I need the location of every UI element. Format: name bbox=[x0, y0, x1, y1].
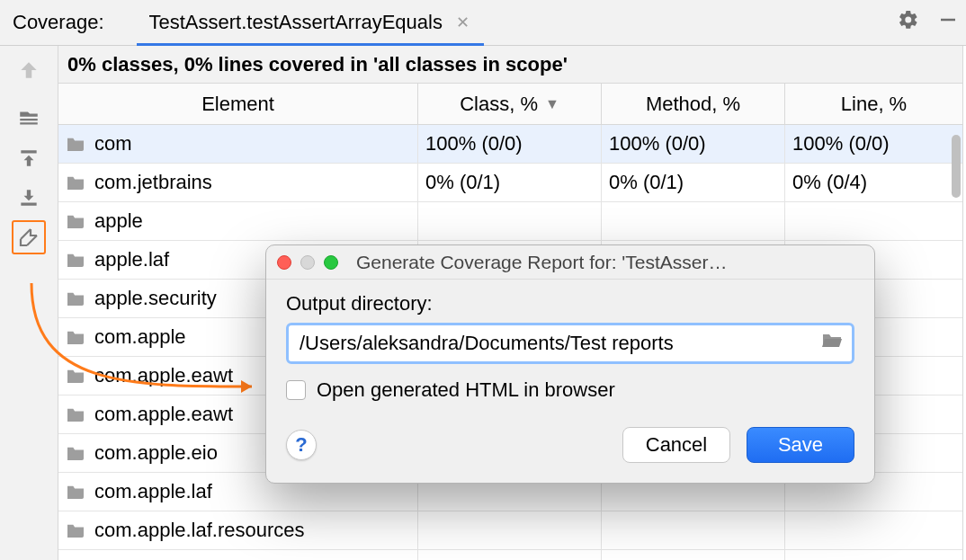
package-name: apple.security bbox=[94, 287, 217, 310]
package-icon bbox=[66, 290, 85, 307]
coverage-tab[interactable]: TestAssert.testAssertArrayEquals ✕ bbox=[149, 0, 475, 46]
table-row[interactable]: com.sun bbox=[58, 550, 962, 560]
package-name: com.apple.eawt bbox=[94, 403, 233, 426]
generate-report-icon[interactable] bbox=[12, 220, 46, 254]
cell-line bbox=[785, 550, 962, 560]
output-dir-label: Output directory: bbox=[286, 292, 854, 316]
flatten-packages-icon[interactable] bbox=[12, 102, 46, 136]
cell-class: 100% (0/0) bbox=[418, 125, 602, 163]
col-element[interactable]: Element bbox=[58, 84, 418, 124]
zoom-window-icon[interactable] bbox=[324, 255, 338, 270]
autoscroll-to-source-icon[interactable] bbox=[12, 141, 46, 175]
cell-line: 0% (0/4) bbox=[785, 164, 962, 201]
dialog-titlebar[interactable]: Generate Coverage Report for: 'TestAsser… bbox=[266, 245, 874, 280]
minimize-icon[interactable] bbox=[937, 9, 959, 36]
package-name: com.apple.laf.resources bbox=[94, 519, 305, 542]
autoscroll-from-source-icon[interactable] bbox=[12, 181, 46, 215]
cell-class bbox=[418, 511, 602, 549]
table-row[interactable]: com.jetbrains0% (0/1)0% (0/1)0% (0/4) bbox=[58, 164, 962, 202]
sort-desc-icon: ▼ bbox=[545, 96, 559, 112]
cancel-button[interactable]: Cancel bbox=[622, 427, 730, 463]
col-line[interactable]: Line, % bbox=[785, 84, 962, 124]
output-dir-field-wrap bbox=[286, 323, 854, 364]
cell-line: 100% (0/0) bbox=[785, 125, 962, 163]
gear-icon[interactable] bbox=[898, 9, 919, 36]
scrollbar-thumb[interactable] bbox=[952, 135, 961, 198]
col-method[interactable]: Method, % bbox=[602, 84, 785, 124]
package-icon bbox=[66, 174, 85, 191]
side-toolbar bbox=[0, 46, 58, 560]
package-icon bbox=[66, 368, 85, 384]
cell-element: com bbox=[58, 125, 418, 163]
checkbox-label: Open generated HTML in browser bbox=[317, 378, 615, 402]
checkbox-icon[interactable] bbox=[286, 380, 306, 400]
package-icon bbox=[66, 252, 85, 268]
panel-header: Coverage: TestAssert.testAssertArrayEqua… bbox=[0, 0, 966, 46]
package-icon bbox=[66, 213, 85, 229]
package-icon bbox=[66, 484, 85, 500]
cell-method bbox=[602, 202, 785, 240]
package-name: apple bbox=[94, 209, 143, 233]
package-icon bbox=[66, 136, 85, 152]
panel-title: Coverage: bbox=[13, 11, 104, 34]
cell-class: 0% (0/1) bbox=[418, 164, 602, 201]
table-row[interactable]: com100% (0/0)100% (0/0)100% (0/0) bbox=[58, 125, 962, 164]
cell-method: 0% (0/1) bbox=[602, 164, 785, 201]
package-name: com.jetbrains bbox=[94, 171, 212, 194]
package-name: apple.laf bbox=[94, 248, 169, 271]
package-name: com.apple.eawt bbox=[94, 364, 233, 387]
dialog-title: Generate Coverage Report for: 'TestAsser… bbox=[356, 252, 863, 273]
summary-text: 0% classes, 0% lines covered in 'all cla… bbox=[67, 53, 568, 76]
package-icon bbox=[66, 522, 85, 538]
help-button[interactable]: ? bbox=[286, 430, 317, 460]
table-row[interactable]: com.apple.laf.resources bbox=[58, 511, 962, 550]
package-icon bbox=[66, 406, 85, 422]
window-controls bbox=[277, 255, 338, 270]
table-row[interactable]: apple bbox=[58, 202, 962, 241]
browse-folder-icon[interactable] bbox=[821, 332, 843, 355]
cell-method: 100% (0/0) bbox=[602, 125, 785, 163]
cell-element: apple bbox=[58, 202, 418, 240]
cell-element: com.sun bbox=[58, 550, 418, 560]
cell-method bbox=[602, 511, 785, 549]
table-header: Element Class, % ▼ Method, % Line, % bbox=[58, 84, 962, 125]
minimize-window-icon bbox=[300, 255, 315, 270]
cell-class bbox=[418, 202, 602, 240]
package-name: com.apple.eio bbox=[94, 441, 218, 465]
package-name: com.apple bbox=[94, 325, 186, 349]
cell-element: com.jetbrains bbox=[58, 164, 418, 201]
save-button[interactable]: Save bbox=[747, 427, 854, 463]
open-html-checkbox-row[interactable]: Open generated HTML in browser bbox=[286, 378, 854, 402]
col-class[interactable]: Class, % ▼ bbox=[418, 84, 602, 124]
output-dir-input[interactable] bbox=[298, 331, 810, 356]
close-tab-icon[interactable]: ✕ bbox=[455, 14, 471, 31]
close-window-icon[interactable] bbox=[277, 255, 291, 270]
cell-method bbox=[602, 550, 785, 560]
navigate-up-icon[interactable] bbox=[17, 58, 40, 87]
cell-line bbox=[785, 511, 962, 549]
generate-report-dialog: Generate Coverage Report for: 'TestAsser… bbox=[265, 244, 875, 484]
package-icon bbox=[66, 445, 85, 461]
cell-class bbox=[418, 550, 602, 560]
package-name: com bbox=[94, 132, 132, 156]
package-icon bbox=[66, 329, 85, 345]
cell-line bbox=[785, 202, 962, 240]
package-name: com.apple.laf bbox=[94, 480, 212, 503]
coverage-summary: 0% classes, 0% lines covered in 'all cla… bbox=[58, 46, 963, 84]
tab-label: TestAssert.testAssertArrayEquals bbox=[149, 11, 443, 34]
cell-element: com.apple.laf.resources bbox=[58, 511, 418, 549]
